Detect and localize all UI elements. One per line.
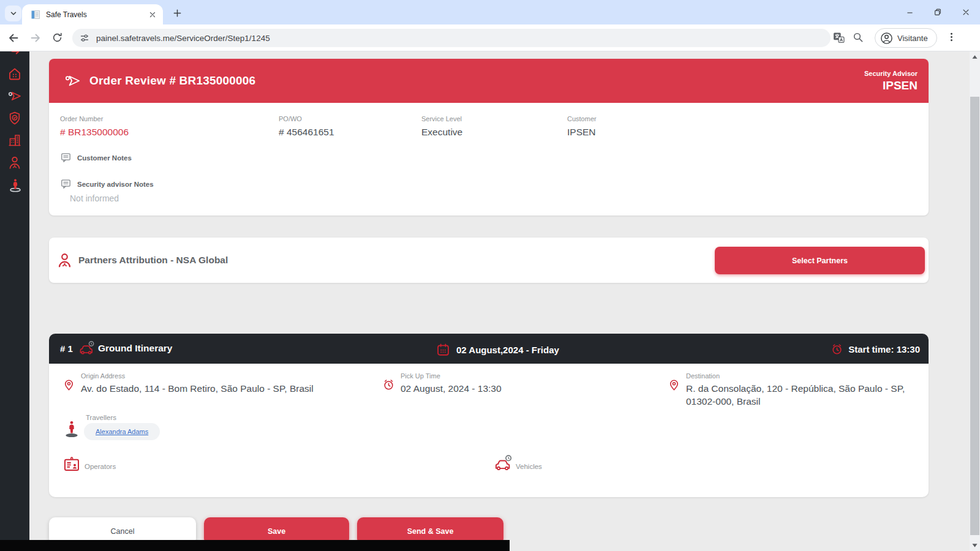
origin-label: Origin Address <box>81 372 350 380</box>
sidebar-item-orders[interactable] <box>7 89 22 103</box>
origin-value: Av. do Estado, 114 - Bom Retiro, São Pau… <box>81 383 350 395</box>
sidebar-item-home[interactable] <box>7 67 22 81</box>
destination-label: Destination <box>686 372 931 380</box>
itinerary-title: Ground Itinerary <box>98 343 172 354</box>
operator-badge-icon <box>62 455 81 474</box>
origin-block: Origin Address Av. do Estado, 114 - Bom … <box>62 372 350 395</box>
scroll-up-icon[interactable] <box>970 53 980 61</box>
select-partners-button[interactable]: Select Partners <box>715 247 925 274</box>
field-value: # BR135000006 <box>60 127 129 138</box>
partners-title: Partners Attribution - NSA Global <box>78 255 228 266</box>
browser-titlebar: Safe Travels <box>0 0 980 24</box>
itinerary-date-block: 02 August,2024 - Friday <box>436 343 559 357</box>
sidebar-item-travellers[interactable] <box>7 178 22 192</box>
tab-close-icon[interactable] <box>148 10 157 19</box>
person-circle-icon <box>880 32 893 45</box>
page-content: Order Review # BR135000006 Security Advi… <box>0 51 980 551</box>
traveller-chip[interactable]: Alexandra Adams <box>84 423 160 440</box>
sidebar-item-partners[interactable] <box>7 156 22 170</box>
site-settings-icon[interactable] <box>80 33 89 43</box>
map-pin-icon <box>668 378 680 391</box>
tab-search-button[interactable] <box>5 6 21 21</box>
field-label: Order Number <box>60 115 129 122</box>
order-fields: Order Number # BR135000006 PO/WO # 45646… <box>49 115 929 143</box>
partners-card: Partners Attribution - NSA Global Select… <box>49 238 929 283</box>
security-advisor-block: Security Advisor IPSEN <box>864 70 918 92</box>
search-icon[interactable] <box>853 32 864 43</box>
alarm-clock-icon <box>831 343 843 356</box>
translate-icon[interactable] <box>833 32 845 43</box>
sidebar-item-security[interactable] <box>7 111 22 126</box>
order-review-card: Order Review # BR135000006 Security Advi… <box>49 59 929 216</box>
vehicles-label: Vehicles <box>516 463 542 470</box>
favicon <box>31 10 40 20</box>
new-tab-button[interactable] <box>169 5 185 21</box>
car-clock-icon <box>78 340 96 356</box>
itinerary-start-time: Start time: 13:30 <box>848 344 920 354</box>
menu-dots-icon[interactable] <box>946 32 957 42</box>
field-value: # 456461651 <box>279 127 334 138</box>
calendar-icon <box>436 343 450 357</box>
chevron-down-icon <box>9 9 18 18</box>
destination-value: R. da Consolação, 120 - República, São P… <box>686 383 931 408</box>
security-notes: Security advisor Notes <box>60 178 154 190</box>
vehicle-car-icon <box>494 454 513 473</box>
sidebar <box>0 51 29 540</box>
send-order-icon <box>64 72 81 89</box>
destination-block: Destination R. da Consolação, 120 - Repú… <box>668 372 931 408</box>
map-pin-icon <box>62 378 75 391</box>
itinerary-date: 02 August,2024 - Friday <box>456 345 559 355</box>
field-customer: Customer IPSEN <box>567 115 597 138</box>
notes-icon <box>60 178 72 190</box>
tab-title: Safe Travels <box>46 10 148 19</box>
sidebar-item-return[interactable] <box>7 51 22 61</box>
window-controls <box>895 0 980 24</box>
partner-person-icon <box>56 252 73 269</box>
advisor-label: Security Advisor <box>864 70 918 77</box>
url-text[interactable]: painel.safetravels.me/ServiceOrder/Step1… <box>96 34 270 43</box>
alarm-clock-icon <box>382 378 395 391</box>
pickup-block: Pick Up Time 02 August, 2024 - 13:30 <box>382 372 584 395</box>
profile-button[interactable]: Visitante <box>875 28 937 48</box>
field-label: Customer <box>567 115 597 122</box>
browser-tab[interactable]: Safe Travels <box>22 4 163 24</box>
notes-icon <box>60 152 72 163</box>
order-review-header: Order Review # BR135000006 Security Advi… <box>49 59 929 103</box>
minimize-button[interactable] <box>895 0 924 24</box>
back-icon[interactable] <box>7 32 20 44</box>
bottom-black-bar <box>0 540 510 551</box>
field-po-wo: PO/WO # 456461651 <box>279 115 334 138</box>
itinerary-body: Origin Address Av. do Estado, 114 - Bom … <box>49 364 929 497</box>
pickup-value: 02 August, 2024 - 13:30 <box>401 383 584 395</box>
traveller-link[interactable]: Alexandra Adams <box>96 428 148 435</box>
browser-toolbar: painel.safetravels.me/ServiceOrder/Step1… <box>0 24 980 51</box>
order-title: Order Review # BR135000006 <box>89 74 255 88</box>
itinerary-header: # 1 Ground Itinerary 02 August,2024 - Fr… <box>49 334 929 364</box>
customer-notes-label: Customer Notes <box>77 154 132 162</box>
close-window-button[interactable] <box>952 0 980 24</box>
security-notes-value: Not informed <box>70 193 119 203</box>
itinerary-start-block: Start time: 13:30 <box>831 343 920 356</box>
pickup-label: Pick Up Time <box>401 372 584 380</box>
field-value: Executive <box>421 127 462 138</box>
field-service-level: Service Level Executive <box>421 115 462 138</box>
address-bar[interactable]: painel.safetravels.me/ServiceOrder/Step1… <box>72 29 831 47</box>
customer-notes: Customer Notes <box>60 152 132 163</box>
travellers-label: Travellers <box>86 414 116 421</box>
field-label: Service Level <box>421 115 462 122</box>
forward-icon[interactable] <box>29 32 42 44</box>
sidebar-item-company[interactable] <box>7 133 22 148</box>
field-label: PO/WO <box>279 115 334 122</box>
security-notes-label: Security advisor Notes <box>77 181 154 188</box>
scrollbar[interactable] <box>970 51 980 551</box>
reload-icon[interactable] <box>51 32 63 43</box>
scroll-down-icon[interactable] <box>970 541 980 550</box>
itinerary-index: # 1 <box>60 343 73 354</box>
scrollbar-thumb[interactable] <box>970 97 979 535</box>
field-order-number: Order Number # BR135000006 <box>60 115 129 138</box>
traveller-pin-icon <box>62 418 81 440</box>
profile-label: Visitante <box>897 34 928 43</box>
advisor-name: IPSEN <box>864 79 918 92</box>
restore-button[interactable] <box>924 0 952 24</box>
plus-icon <box>173 9 182 18</box>
